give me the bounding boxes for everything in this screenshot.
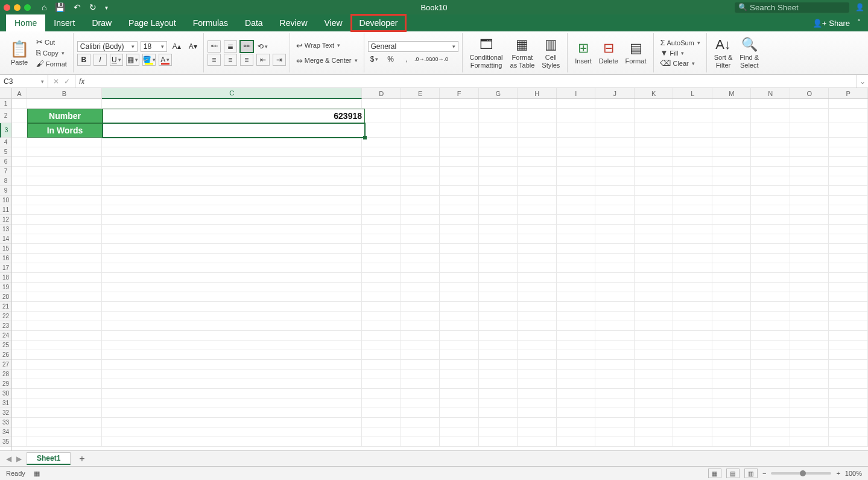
underline-button[interactable]: U bbox=[110, 54, 123, 66]
row-header-28[interactable]: 28 bbox=[0, 370, 11, 379]
increase-font-button[interactable]: A▴ bbox=[170, 40, 183, 53]
row-header-15[interactable]: 15 bbox=[0, 244, 11, 254]
undo-icon[interactable]: ↶ bbox=[74, 2, 81, 12]
tab-developer[interactable]: Developer bbox=[351, 14, 407, 31]
row-header-24[interactable]: 24 bbox=[0, 331, 11, 341]
row-header-11[interactable]: 11 bbox=[0, 205, 11, 215]
decrease-font-button[interactable]: A▾ bbox=[186, 40, 200, 53]
row-header-9[interactable]: 9 bbox=[0, 186, 11, 196]
row-header-30[interactable]: 30 bbox=[0, 389, 11, 398]
increase-decimal-button[interactable]: .0→.00 bbox=[417, 53, 430, 65]
row-header-32[interactable]: 32 bbox=[0, 408, 11, 418]
row-header-22[interactable]: 22 bbox=[0, 312, 11, 321]
zoom-in-button[interactable]: + bbox=[836, 470, 840, 477]
row-header-6[interactable]: 6 bbox=[0, 157, 11, 167]
col-header-H[interactable]: H bbox=[518, 88, 557, 98]
col-header-G[interactable]: G bbox=[479, 88, 518, 98]
col-header-N[interactable]: N bbox=[751, 88, 790, 98]
wrap-text-button[interactable]: ↩Wrap Text bbox=[294, 40, 360, 51]
expand-formula-icon[interactable]: ⌄ bbox=[856, 75, 868, 88]
zoom-value[interactable]: 100% bbox=[845, 470, 862, 477]
cell-b2[interactable]: Number bbox=[27, 109, 103, 123]
col-header-K[interactable]: K bbox=[635, 88, 674, 98]
formula-input[interactable] bbox=[88, 75, 856, 88]
worksheet-grid[interactable]: 1234567891011121314151617181920212223242… bbox=[0, 88, 868, 450]
fx-label[interactable]: fx bbox=[75, 75, 88, 88]
cell-c3-selected[interactable] bbox=[103, 123, 365, 138]
name-box[interactable]: C3▾ bbox=[0, 75, 48, 88]
row-header-5[interactable]: 5 bbox=[0, 147, 11, 157]
home-icon[interactable]: ⌂ bbox=[42, 2, 46, 12]
decrease-decimal-button[interactable]: .00→.0 bbox=[433, 53, 446, 65]
tab-home[interactable]: Home bbox=[6, 14, 45, 31]
col-header-M[interactable]: M bbox=[712, 88, 752, 98]
bold-button[interactable]: B bbox=[77, 54, 90, 66]
italic-button[interactable]: I bbox=[93, 54, 107, 66]
tab-insert[interactable]: Insert bbox=[45, 14, 83, 31]
merge-center-button[interactable]: ⇔Merge & Center bbox=[294, 56, 360, 66]
page-break-view-button[interactable]: ▥ bbox=[744, 469, 758, 478]
borders-button[interactable]: ▦ bbox=[126, 54, 139, 66]
close-window-button[interactable] bbox=[4, 4, 10, 11]
save-icon[interactable]: 💾 bbox=[55, 2, 65, 12]
align-top-button[interactable]: ⬴ bbox=[207, 40, 221, 53]
font-name-combo[interactable]: Calibri (Body) bbox=[77, 41, 138, 52]
row-header-16[interactable]: 16 bbox=[0, 254, 11, 263]
maximize-window-button[interactable] bbox=[24, 4, 31, 11]
sheet-nav-prev[interactable]: ◀ bbox=[6, 455, 11, 463]
cell-b3[interactable]: In Words bbox=[27, 123, 103, 138]
clear-button[interactable]: ⌫Clear bbox=[657, 58, 702, 68]
conditional-formatting-button[interactable]: 🗔Conditional Formatting bbox=[466, 33, 507, 72]
find-select-button[interactable]: 🔍Find & Select bbox=[736, 33, 762, 72]
row-header-21[interactable]: 21 bbox=[0, 302, 11, 312]
tab-draw[interactable]: Draw bbox=[83, 14, 120, 31]
row-header-33[interactable]: 33 bbox=[0, 418, 11, 427]
namebox-dropdown-icon[interactable]: ▾ bbox=[41, 78, 44, 85]
normal-view-button[interactable]: ▦ bbox=[708, 469, 721, 478]
row-header-14[interactable]: 14 bbox=[0, 234, 11, 244]
redo-icon[interactable]: ↻ bbox=[89, 2, 97, 12]
accounting-format-button[interactable]: $ bbox=[368, 53, 381, 65]
share-button[interactable]: 👤+Share bbox=[813, 19, 850, 28]
row-header-12[interactable]: 12 bbox=[0, 215, 11, 225]
align-center-button[interactable]: ≡ bbox=[224, 54, 237, 66]
row-header-34[interactable]: 34 bbox=[0, 427, 11, 437]
tab-formulas[interactable]: Formulas bbox=[185, 14, 236, 31]
col-header-L[interactable]: L bbox=[673, 88, 712, 98]
percent-format-button[interactable]: % bbox=[384, 53, 398, 65]
format-as-table-button[interactable]: ▦Format as Table bbox=[507, 33, 539, 72]
col-header-F[interactable]: F bbox=[440, 88, 479, 98]
row-header-20[interactable]: 20 bbox=[0, 292, 11, 302]
number-format-combo[interactable]: General bbox=[368, 41, 458, 52]
format-painter-button[interactable]: 🖌Format bbox=[34, 59, 69, 69]
cell-c2[interactable]: 623918 bbox=[103, 109, 365, 123]
zoom-slider[interactable] bbox=[771, 472, 831, 475]
row-header-27[interactable]: 27 bbox=[0, 360, 11, 370]
row-header-4[interactable]: 4 bbox=[0, 138, 11, 147]
page-layout-view-button[interactable]: ▤ bbox=[726, 469, 740, 478]
insert-cells-button[interactable]: ⊞Insert bbox=[571, 33, 595, 72]
row-header-35[interactable]: 35 bbox=[0, 437, 11, 447]
row-header-31[interactable]: 31 bbox=[0, 398, 11, 408]
orientation-button[interactable]: ⟲ bbox=[256, 40, 270, 53]
copy-button[interactable]: ⎘Copy bbox=[34, 48, 69, 58]
fill-color-button[interactable]: 🪣 bbox=[142, 54, 156, 66]
collapse-ribbon-button[interactable]: ˄ bbox=[857, 19, 861, 27]
cancel-formula-icon[interactable]: ✕ bbox=[53, 77, 59, 86]
row-header-1[interactable]: 1 bbox=[0, 99, 11, 109]
row-header-2[interactable]: 2 bbox=[0, 109, 11, 123]
col-header-E[interactable]: E bbox=[401, 88, 440, 98]
row-header-8[interactable]: 8 bbox=[0, 176, 11, 186]
search-sheet-input[interactable] bbox=[750, 3, 846, 12]
tab-view[interactable]: View bbox=[316, 14, 351, 31]
decrease-indent-button[interactable]: ⇤ bbox=[256, 54, 270, 66]
row-header-25[interactable]: 25 bbox=[0, 341, 11, 350]
align-bottom-button[interactable]: ⬵ bbox=[240, 40, 253, 53]
autosum-button[interactable]: ΣAutoSum bbox=[657, 37, 702, 48]
row-header-13[interactable]: 13 bbox=[0, 225, 11, 234]
tab-data[interactable]: Data bbox=[236, 14, 271, 31]
paste-button[interactable]: 📋 Paste bbox=[7, 37, 31, 69]
row-header-19[interactable]: 19 bbox=[0, 283, 11, 292]
minimize-window-button[interactable] bbox=[14, 4, 21, 11]
align-middle-button[interactable]: ≣ bbox=[224, 40, 237, 53]
